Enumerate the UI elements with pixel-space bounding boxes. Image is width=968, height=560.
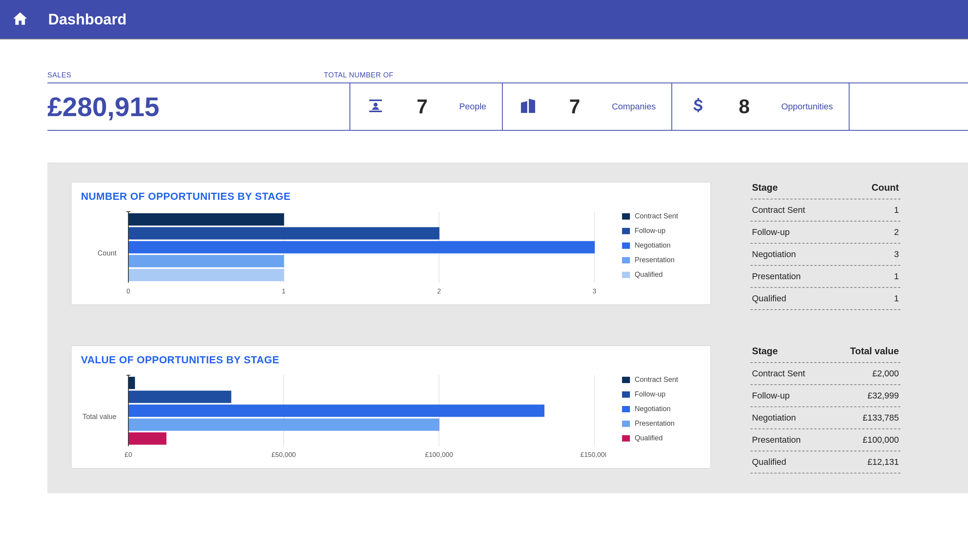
table-row: Negotiation£133,785 (750, 407, 900, 429)
chart1-table: Stage Count Contract Sent1Follow-up2Nego… (750, 182, 900, 310)
bar-contract-sent (129, 377, 135, 389)
home-icon[interactable] (12, 10, 28, 28)
chart1-legend: Contract SentFollow-upNegotiationPresent… (610, 210, 701, 297)
page-title: Dashboard (48, 11, 126, 28)
bar-follow-up (129, 391, 231, 403)
legend-label: Contract Sent (635, 212, 678, 220)
svg-rect-1 (369, 111, 382, 112)
svg-text:0: 0 (126, 288, 130, 295)
legend-swatch (622, 435, 630, 442)
legend-swatch (622, 228, 630, 234)
legend-item: Contract Sent (622, 212, 701, 220)
chart1-title: NUMBER OF OPPORTUNITIES BY STAGE (81, 190, 701, 203)
svg-rect-0 (369, 100, 382, 101)
svg-text:£50,000: £50,000 (272, 451, 296, 459)
legend-swatch (622, 421, 630, 427)
legend-item: Presentation (622, 419, 701, 428)
table-stage-cell: Follow-up (752, 227, 789, 237)
kpi-companies[interactable]: 7 Companies (502, 83, 671, 130)
bar-follow-up (129, 227, 440, 239)
table-value-cell: £2,000 (872, 368, 899, 379)
chart2-card: VALUE OF OPPORTUNITIES BY STAGE Total va… (71, 346, 711, 468)
table-value-cell: 1 (894, 271, 899, 282)
chart2-th-value: Total value (850, 346, 899, 357)
table-row: Follow-up£32,999 (750, 385, 900, 407)
bar-contract-sent (129, 213, 284, 226)
svg-text:3: 3 (592, 288, 596, 295)
chart1-plot: 0123 (120, 210, 610, 297)
legend-item: Follow-up (622, 390, 701, 398)
table-stage-cell: Negotiation (752, 249, 796, 259)
kpi-opportunities-value: 8 (739, 95, 750, 118)
table-value-cell: 3 (894, 249, 899, 259)
bar-qualified (129, 432, 166, 445)
table-row: Negotiation3 (750, 244, 900, 266)
kpi-people[interactable]: 7 People (350, 83, 502, 130)
building-icon (519, 96, 538, 117)
table-value-cell: 1 (894, 293, 899, 304)
legend-swatch (622, 257, 630, 263)
kpi-companies-label: Companies (612, 101, 656, 112)
kpi-opportunities[interactable]: 8 Opportunities (671, 83, 850, 130)
bar-presentation (129, 419, 440, 431)
table-value-cell: £12,131 (867, 457, 899, 467)
legend-item: Presentation (622, 256, 701, 264)
legend-item: Contract Sent (622, 376, 701, 384)
legend-label: Contract Sent (635, 376, 678, 384)
table-row: Presentation£100,000 (750, 429, 900, 451)
chart1-row: NUMBER OF OPPORTUNITIES BY STAGE Count 0… (71, 182, 952, 310)
table-stage-cell: Presentation (752, 435, 801, 445)
sales-total-cell: £280,915 (47, 83, 350, 130)
chart2-table: Stage Total value Contract Sent£2,000Fol… (750, 346, 900, 474)
table-stage-cell: Negotiation (752, 413, 796, 423)
legend-item: Negotiation (622, 405, 701, 413)
table-stage-cell: Contract Sent (752, 368, 805, 379)
table-stage-cell: Qualified (752, 457, 786, 467)
legend-swatch (622, 242, 630, 249)
legend-label: Qualified (635, 271, 663, 279)
table-row: Qualified£12,131 (750, 451, 900, 474)
table-value-cell: 1 (894, 205, 899, 215)
table-value-cell: £32,999 (867, 391, 899, 401)
chart1-th-stage: Stage (752, 182, 778, 193)
table-row: Follow-up2 (750, 222, 900, 244)
svg-text:£100,000: £100,000 (425, 451, 453, 459)
table-row: Presentation1 (750, 266, 900, 288)
chart2-row: VALUE OF OPPORTUNITIES BY STAGE Total va… (71, 346, 952, 474)
kpi-opportunities-label: Opportunities (781, 101, 833, 112)
topbar: Dashboard (0, 0, 968, 39)
legend-item: Qualified (622, 434, 701, 442)
kpi-companies-value: 7 (569, 95, 580, 118)
bar-qualified (129, 269, 284, 281)
svg-text:£0: £0 (125, 451, 132, 459)
chart1-ylabel: Count (81, 210, 120, 297)
chart2-ylabel: Total value (81, 373, 120, 460)
chart2-table-head: Stage Total value (750, 346, 900, 357)
table-value-cell: £100,000 (863, 435, 899, 445)
legend-item: Qualified (622, 271, 701, 279)
table-stage-cell: Qualified (752, 293, 786, 304)
legend-item: Follow-up (622, 227, 701, 235)
chart2-th-stage: Stage (752, 346, 778, 357)
chart2-legend: Contract SentFollow-upNegotiationPresent… (610, 373, 701, 460)
label-total-number-of: TOTAL NUMBER OF (324, 71, 393, 79)
table-row: Contract Sent1 (750, 199, 900, 222)
table-stage-cell: Contract Sent (752, 205, 805, 215)
content: SALES TOTAL NUMBER OF £280,915 7 People … (0, 39, 968, 493)
chart1-table-head: Stage Count (750, 182, 900, 193)
legend-label: Presentation (635, 419, 675, 428)
legend-label: Follow-up (635, 227, 665, 235)
bar-presentation (129, 255, 284, 267)
legend-label: Negotiation (635, 405, 671, 413)
svg-text:£150,000: £150,000 (581, 451, 606, 459)
legend-item: Negotiation (622, 241, 701, 250)
svg-text:1: 1 (282, 288, 286, 295)
legend-swatch (622, 377, 630, 383)
bar-negotiation (129, 241, 595, 253)
legend-label: Qualified (635, 434, 663, 442)
person-icon (366, 96, 385, 117)
legend-swatch (622, 391, 630, 398)
legend-label: Follow-up (635, 390, 665, 398)
sales-total-value: £280,915 (47, 91, 350, 122)
svg-text:2: 2 (437, 288, 441, 295)
